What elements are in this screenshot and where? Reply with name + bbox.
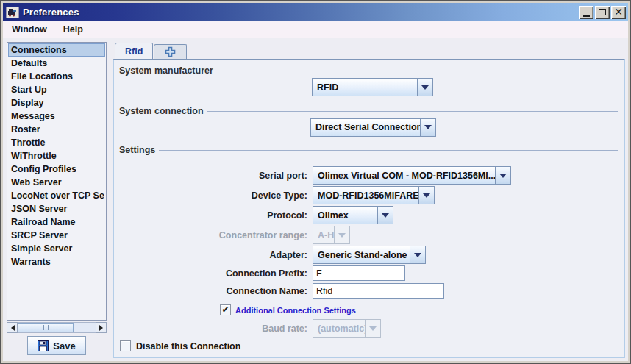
connection-prefix-label: Connection Prefix: [119,268,313,279]
menu-bar: Window Help [3,21,628,38]
system-connection-value: Direct Serial Connection [310,118,421,137]
system-manufacturer-value: RFID [312,78,418,96]
floppy-disk-icon [38,340,49,351]
sidebar-item-simple-server[interactable]: Simple Server [8,242,105,255]
serial-port-label: Serial port: [119,171,313,181]
section-title: System manufacturer [119,65,213,76]
close-icon: ✕ [614,7,623,17]
connection-prefix-input[interactable] [313,265,405,281]
section-settings: Settings [119,145,618,155]
menu-help[interactable]: Help [61,23,85,36]
add-tab-plus-icon [165,46,176,57]
sidebar-item-loconet-over-tcp[interactable]: LocoNet over TCP Server [8,189,105,202]
baud-rate-row: Baud rate: (automatic) [119,319,618,338]
disable-connection-label: Disable this Connection [136,341,240,351]
save-button-label: Save [53,340,75,351]
minimize-button[interactable] [579,6,593,19]
connection-config-panel: System manufacturer RFID System connecti… [113,59,625,358]
sidebar-horizontal-scrollbar[interactable] [7,322,107,333]
sidebar-item-start-up[interactable]: Start Up [8,83,105,96]
serial-port-value: Olimex Virtual COM - MOD-RFID1356MI... [313,166,496,185]
scrollbar-grip-icon [43,325,49,330]
tab-rfid-label: Rfid [125,46,143,57]
protocol-value: Olimex [313,206,378,224]
device-type-label: Device Type: [119,190,313,201]
sidebar-item-srcp-server[interactable]: SRCP Server [8,229,105,242]
chevron-down-icon[interactable] [495,166,511,185]
chevron-down-icon[interactable] [377,206,393,224]
chevron-down-icon[interactable] [420,118,436,137]
tab-add-connection[interactable] [154,44,187,59]
scrollbar-track[interactable] [18,322,96,333]
additional-settings-row: Additional Connection Settings [220,304,618,315]
serial-port-row: Serial port: Olimex Virtual COM - MOD-RF… [119,166,618,185]
device-type-row: Device Type: MOD-RFID1356MIFARE [119,186,618,204]
section-system-manufacturer: System manufacturer [119,65,618,76]
menu-window[interactable]: Window [10,23,49,36]
concentrator-range-label: Concentrator range: [119,230,313,240]
sidebar-item-throttle[interactable]: Throttle [8,136,105,149]
disable-connection-row: Disable this Connection [119,339,618,353]
section-title: System connection [119,106,204,116]
section-title: Settings [119,145,155,155]
concentrator-range-value: A-H [313,226,335,244]
tab-rfid[interactable]: Rfid [115,43,153,59]
disable-connection-checkbox[interactable] [120,340,131,351]
device-type-value: MOD-RFID1356MIFARE [313,186,419,204]
system-manufacturer-combo[interactable]: RFID [312,78,433,96]
sidebar-item-json-server[interactable]: JSON Server [8,202,105,215]
main-panel: Rfid System manufacturer [113,42,625,358]
scroll-right-button[interactable] [96,322,107,333]
serial-port-combo[interactable]: Olimex Virtual COM - MOD-RFID1356MI... [313,166,511,185]
baud-rate-value: (automatic) [313,319,366,338]
sidebar-item-connections[interactable]: Connections [8,43,105,57]
sidebar-item-withrottle[interactable]: WiThrottle [8,149,105,163]
sidebar-item-railroad-name[interactable]: Railroad Name [8,215,105,229]
scroll-right-arrow-icon [99,325,106,331]
preferences-nav-list: Connections Defaults File Locations Star… [7,42,107,321]
section-rule [207,111,618,112]
adapter-label: Adapter: [119,250,313,260]
chevron-down-icon[interactable] [418,186,435,204]
sidebar-item-roster[interactable]: Roster [8,123,105,136]
protocol-combo[interactable]: Olimex [313,206,393,224]
system-connection-combo[interactable]: Direct Serial Connection [310,118,436,137]
scroll-left-button[interactable] [7,322,18,333]
sidebar-item-warrants[interactable]: Warrants [8,255,105,268]
preferences-window: Preferences ✕ Window Help Connections De… [0,0,631,364]
close-button[interactable]: ✕ [611,6,626,19]
chevron-down-icon [334,226,350,244]
sidebar-item-display[interactable]: Display [8,96,105,110]
scrollbar-thumb[interactable] [18,323,74,332]
section-rule [159,150,618,151]
additional-settings-label: Additional Connection Settings [235,306,356,315]
baud-rate-combo: (automatic) [313,319,381,338]
maximize-icon [599,9,606,15]
content-area: Connections Defaults File Locations Star… [3,38,628,361]
title-bar: Preferences ✕ [3,3,628,21]
sidebar-item-config-profiles[interactable]: Config Profiles [8,163,105,176]
save-button[interactable]: Save [27,336,86,355]
connection-prefix-row: Connection Prefix: [119,265,618,281]
section-system-connection: System connection [119,106,618,116]
adapter-row: Adapter: Generic Stand-alone [119,246,618,264]
window-title: Preferences [23,7,579,18]
maximize-button[interactable] [595,6,610,19]
device-type-combo[interactable]: MOD-RFID1356MIFARE [313,186,435,204]
chevron-down-icon[interactable] [410,246,426,264]
adapter-combo[interactable]: Generic Stand-alone [313,246,426,264]
connection-name-input[interactable] [313,283,444,299]
protocol-row: Protocol: Olimex [119,206,618,224]
baud-rate-label: Baud rate: [119,324,313,334]
sidebar-item-messages[interactable]: Messages [8,110,105,123]
chevron-down-icon[interactable] [417,78,433,96]
section-rule [217,71,618,71]
sidebar-item-web-server[interactable]: Web Server [8,176,105,189]
sidebar-item-defaults[interactable]: Defaults [8,57,105,70]
app-locomotive-icon [6,7,19,18]
connection-name-label: Connection Name: [119,286,313,296]
adapter-value: Generic Stand-alone [313,246,410,264]
additional-settings-checkbox[interactable] [220,304,231,315]
sidebar-item-file-locations[interactable]: File Locations [8,70,105,83]
minimize-icon [583,15,590,17]
